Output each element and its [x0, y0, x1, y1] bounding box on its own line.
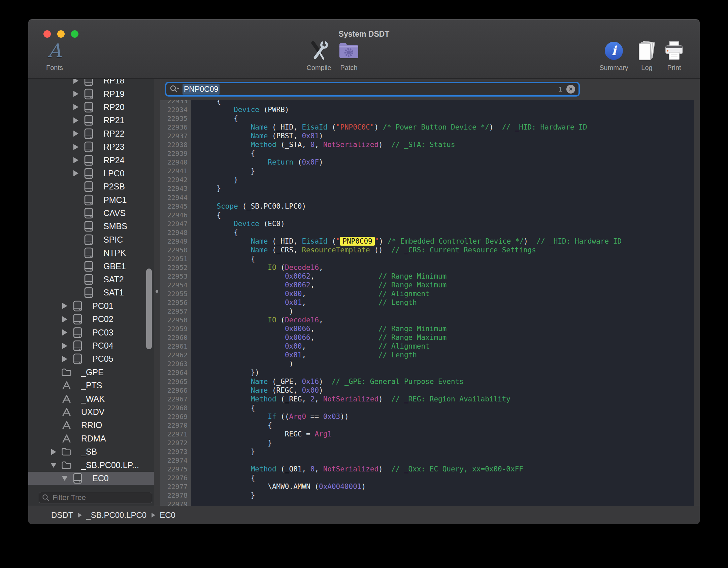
line-number: 22962	[160, 351, 191, 359]
tree-row[interactable]: RP18	[28, 79, 154, 87]
fonts-button[interactable]: A Fonts	[40, 39, 69, 72]
line-number: 22953	[160, 272, 191, 281]
sidebar-scrollbar[interactable]	[146, 269, 152, 349]
tree-row[interactable]: RP23	[28, 140, 154, 153]
pane-splitter[interactable]	[154, 79, 160, 506]
disclosure-triangle-icon[interactable]	[71, 91, 80, 97]
code-line: 22948 {	[160, 228, 694, 237]
disclosure-triangle-icon[interactable]	[71, 104, 80, 110]
line-content: {	[191, 421, 272, 430]
tree-row[interactable]: SAT2	[28, 273, 154, 286]
tree-row[interactable]: RP24	[28, 153, 154, 167]
tree-row[interactable]: _GPE	[28, 366, 154, 379]
disclosure-triangle-icon[interactable]	[60, 356, 69, 362]
splitter-handle-dot[interactable]	[156, 290, 158, 293]
log-button[interactable]: Log	[633, 39, 660, 72]
print-icon	[664, 41, 684, 61]
tree-row[interactable]: GBE1	[28, 259, 154, 273]
code-line: 22970 {	[160, 421, 694, 430]
line-number: 22939	[160, 149, 191, 158]
tree-row[interactable]: EC0	[28, 472, 154, 485]
summary-button[interactable]: i Summary	[594, 39, 634, 72]
code-line: 22973 }	[160, 447, 694, 456]
breadcrumb-item-device[interactable]: EC0	[160, 510, 175, 520]
line-number: 22970	[160, 421, 191, 430]
tree-row[interactable]: RP22	[28, 127, 154, 140]
sidebar-tree: RP18 RP19 RP20	[28, 79, 154, 485]
tree-item-label: RRIO	[81, 420, 102, 430]
line-number: 22946	[160, 211, 191, 219]
clear-search-icon[interactable]: ✕	[566, 85, 575, 94]
disclosure-triangle-icon[interactable]	[71, 157, 80, 163]
tree-row[interactable]: _WAK	[28, 392, 154, 405]
code-line: 22979	[160, 500, 694, 506]
tree-row[interactable]: RRIO	[28, 419, 154, 432]
tree-row[interactable]: PC02	[28, 313, 154, 326]
disclosure-triangle-icon[interactable]	[71, 117, 80, 123]
line-number: 22942	[160, 175, 191, 184]
tree-row[interactable]: _SB	[28, 445, 154, 458]
disclosure-triangle-icon[interactable]	[71, 144, 80, 150]
tree-row[interactable]: NTPK	[28, 246, 154, 259]
code-line: 22940 Return (0x0F)	[160, 158, 694, 167]
code-line: 22955 0x00, // Alignment	[160, 289, 694, 298]
disclosure-triangle-icon[interactable]	[60, 316, 69, 322]
disclosure-triangle-icon[interactable]	[60, 329, 69, 335]
tree-item-icon	[84, 168, 94, 179]
find-input[interactable]: PNP0C09 1 ✕	[166, 83, 578, 95]
tree-row[interactable]: PC03	[28, 326, 154, 339]
tree-item-label: RP18	[103, 79, 125, 85]
filter-tree-input[interactable]	[52, 493, 149, 502]
disclosure-triangle-icon[interactable]	[49, 449, 58, 455]
tree-item-label: _GPE	[81, 367, 104, 377]
disclosure-triangle-icon[interactable]	[60, 476, 69, 481]
tree-row[interactable]: RP19	[28, 87, 154, 100]
code-line: 22954 0x0062, // Range Maximum	[160, 281, 694, 289]
tree-row[interactable]: _PTS	[28, 379, 154, 392]
breadcrumb-item-scope[interactable]: _SB.PC00.LPC0	[86, 510, 146, 520]
tree-row[interactable]: SPIC	[28, 233, 154, 246]
tree-item-label: EC0	[92, 473, 109, 483]
tree-item-label: PC03	[92, 328, 113, 338]
tree-row[interactable]: PMC1	[28, 193, 154, 207]
code-line: 22945 Scope (_SB.PC00.LPC0)	[160, 202, 694, 211]
code-line: 22964 })	[160, 368, 694, 377]
tree-row[interactable]: PC05	[28, 352, 154, 365]
disclosure-triangle-icon[interactable]	[60, 343, 69, 349]
tree-row[interactable]: P2SB	[28, 180, 154, 193]
tree-row[interactable]: SMBS	[28, 220, 154, 233]
tree-row[interactable]: LPC0	[28, 167, 154, 180]
tree-item-label: RP24	[103, 155, 125, 165]
tree-row[interactable]: RP21	[28, 114, 154, 127]
tree-row[interactable]: CAVS	[28, 207, 154, 220]
tree-row[interactable]: _SB.PC00.LP...	[28, 458, 154, 471]
disclosure-triangle-icon[interactable]	[49, 463, 58, 468]
filter-search-icon	[42, 494, 50, 502]
screen: System DSDT A Fonts Compile	[0, 0, 728, 568]
line-content: )	[191, 359, 293, 368]
disclosure-triangle-icon[interactable]	[71, 170, 80, 176]
code-line: 22949 Name (_HID, EisaId ("PNP0C09") /* …	[160, 237, 694, 246]
print-button[interactable]: Print	[661, 39, 688, 72]
tree-row[interactable]: RDMA	[28, 432, 154, 445]
tree-item-icon	[84, 194, 94, 206]
tree-item-label: _PTS	[81, 381, 102, 390]
breadcrumb-item-dsdt[interactable]: DSDT	[51, 510, 73, 520]
tree-item-label: RP20	[103, 102, 125, 112]
tree-row[interactable]: UXDV	[28, 405, 154, 419]
tree-item-icon	[84, 274, 94, 285]
path-bar: DSDT _SB.PC00.LPC0 EC0	[28, 506, 700, 524]
tree-row[interactable]: PC01	[28, 299, 154, 313]
disclosure-triangle-icon[interactable]	[71, 131, 80, 137]
tree-row[interactable]: RP20	[28, 101, 154, 114]
line-number: 22949	[160, 237, 191, 246]
disclosure-triangle-icon[interactable]	[71, 79, 80, 84]
patch-button[interactable]: Patch	[332, 39, 366, 72]
code-editor[interactable]: 22933 { 22934 Device (PWRB) 22935 { 2293…	[160, 100, 694, 506]
search-icon[interactable]	[170, 85, 180, 94]
tree-row[interactable]: PC04	[28, 339, 154, 352]
line-number: 22972	[160, 438, 191, 447]
code-line: 22972 }	[160, 438, 694, 447]
disclosure-triangle-icon[interactable]	[60, 303, 69, 309]
tree-row[interactable]: SAT1	[28, 286, 154, 299]
